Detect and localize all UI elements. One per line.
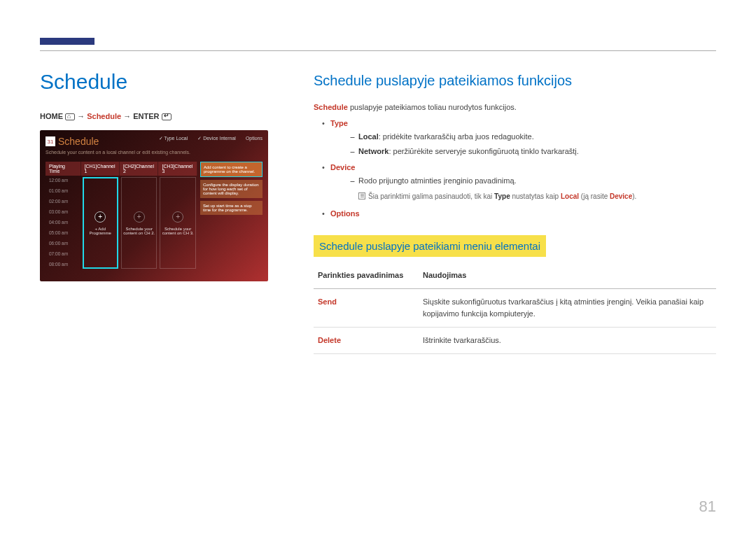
feature-list: Type Local: pridėkite tvarkaraščių arba … xyxy=(314,118,716,220)
mock-ch3-label: Schedule your content on CH 3. xyxy=(160,227,195,235)
mock-ch2-body: + Schedule your content on CH 2. xyxy=(121,177,157,269)
mock-ch2-hdr: [CH2]Channel 2 xyxy=(120,162,158,176)
mock-time-column: Playing Time 12:00 am 01:00 am 02:00 am … xyxy=(46,162,81,270)
plus-icon: + xyxy=(134,211,145,223)
page-title: Schedule xyxy=(40,70,271,94)
right-column: Schedule puslapyje pateikiamos funkcijos… xyxy=(314,70,716,354)
mock-time-cell: 03:00 am xyxy=(46,207,81,218)
mock-top-controls: ✓ Type Local ✓ Device Internal Options xyxy=(159,136,263,141)
page-number: 81 xyxy=(699,498,716,516)
calendar-icon: 31 xyxy=(46,136,55,146)
option-send-desc: Siųskite sukonfigūruotus tvarkaraščius į… xyxy=(419,289,716,328)
section-heading-features: Schedule puslapyje pateikiamos funkcijos xyxy=(314,70,716,92)
mock-ch1-body: + + Add Programme xyxy=(83,177,118,269)
mock-channel-column-3: [CH3]Channel 3 + Schedule your content o… xyxy=(158,162,197,270)
mock-ch3-body: + Schedule your content on CH 3. xyxy=(160,177,195,269)
note-icon xyxy=(358,192,365,199)
schedule-app-screenshot: 31 Schedule ✓ Type Local ✓ Device Intern… xyxy=(40,130,268,281)
home-icon xyxy=(65,113,75,120)
mock-channel-column-1: [CH1]Channel 1 + + Add Programme xyxy=(81,162,120,270)
mock-options-control: Options xyxy=(246,136,262,141)
feature-type-network: Network: peržiūrėkite serveryje sukonfig… xyxy=(330,146,716,157)
mock-title: Schedule xyxy=(58,136,99,147)
mock-time-cell: 08:00 am xyxy=(46,260,81,270)
breadcrumb: HOME → Schedule → ENTER xyxy=(40,112,271,120)
mock-info-box: Configure the display duration for how l… xyxy=(200,180,262,198)
section-heading-menu-items: Schedule puslapyje pateikiami meniu elem… xyxy=(314,235,546,257)
mock-time-cell: 06:00 am xyxy=(46,239,81,249)
feature-device-desc: Rodo prijungto atminties įrenginio pavad… xyxy=(330,175,716,187)
mock-time-cell: 01:00 am xyxy=(46,186,81,197)
plus-icon: + xyxy=(172,211,183,223)
table-header-usage: Naudojimas xyxy=(419,262,716,289)
mock-time-cell: 02:00 am xyxy=(46,197,81,207)
mock-ch1-label: + Add Programme xyxy=(84,227,117,235)
mock-time-cell: 12:00 am xyxy=(46,176,81,186)
table-row: Send Siųskite sukonfigūruotus tvarkarašč… xyxy=(314,289,716,328)
mock-ch3-hdr: [CH3]Channel 3 xyxy=(158,162,197,176)
enter-icon xyxy=(162,113,172,120)
option-delete-desc: Ištrinkite tvarkaraščius. xyxy=(419,328,716,354)
feature-type-local: Local: pridėkite tvarkaraščių arba juos … xyxy=(330,131,716,143)
mock-device-control: ✓ Device Internal xyxy=(197,136,236,141)
breadcrumb-enter: ENTER xyxy=(133,112,159,120)
mock-subtitle: Schedule your content on a local channel… xyxy=(46,150,262,155)
mock-channel-column-2: [CH2]Channel 2 + Schedule your content o… xyxy=(120,162,158,270)
header-accent-bar xyxy=(40,38,94,45)
feature-device-note: Šia parinktimi galima pasinaudoti, tik k… xyxy=(330,191,716,202)
table-header-option-name: Parinkties pavadinimas xyxy=(314,262,419,289)
options-table: Parinkties pavadinimas Naudojimas Send S… xyxy=(314,262,716,354)
feature-type: Type Local: pridėkite tvarkaraščių arba … xyxy=(314,118,716,157)
option-send: Send xyxy=(318,297,337,306)
mock-time-cell: 07:00 am xyxy=(46,249,81,260)
mock-info-column: Add content to create a programme on the… xyxy=(200,162,262,270)
plus-icon: + xyxy=(94,211,106,223)
mock-info-box: Set up start time as a stop time for the… xyxy=(200,201,262,215)
table-row: Delete Ištrinkite tvarkaraščius. xyxy=(314,328,716,354)
feature-options: Options xyxy=(314,208,716,220)
mock-type-control: ✓ Type Local xyxy=(159,136,188,141)
intro-paragraph: Schedule puslapyje pateikiamos toliau nu… xyxy=(314,101,716,113)
mock-info-box: Add content to create a programme on the… xyxy=(200,162,262,177)
mock-ch2-label: Schedule your content on CH 2. xyxy=(122,227,156,235)
mock-playing-time-hdr: Playing Time xyxy=(46,162,81,176)
option-delete: Delete xyxy=(318,336,341,344)
breadcrumb-home: HOME xyxy=(40,112,63,120)
feature-device: Device Rodo prijungto atminties įrengini… xyxy=(314,162,716,202)
mock-ch1-hdr: [CH1]Channel 1 xyxy=(81,162,120,176)
breadcrumb-schedule: Schedule xyxy=(87,112,121,120)
mock-time-cell: 04:00 am xyxy=(46,218,81,228)
mock-time-cell: 05:00 am xyxy=(46,228,81,239)
header-rule xyxy=(40,50,716,51)
mock-body: Playing Time 12:00 am 01:00 am 02:00 am … xyxy=(46,162,262,270)
left-column: Schedule HOME → Schedule → ENTER 31 Sche… xyxy=(40,70,271,281)
